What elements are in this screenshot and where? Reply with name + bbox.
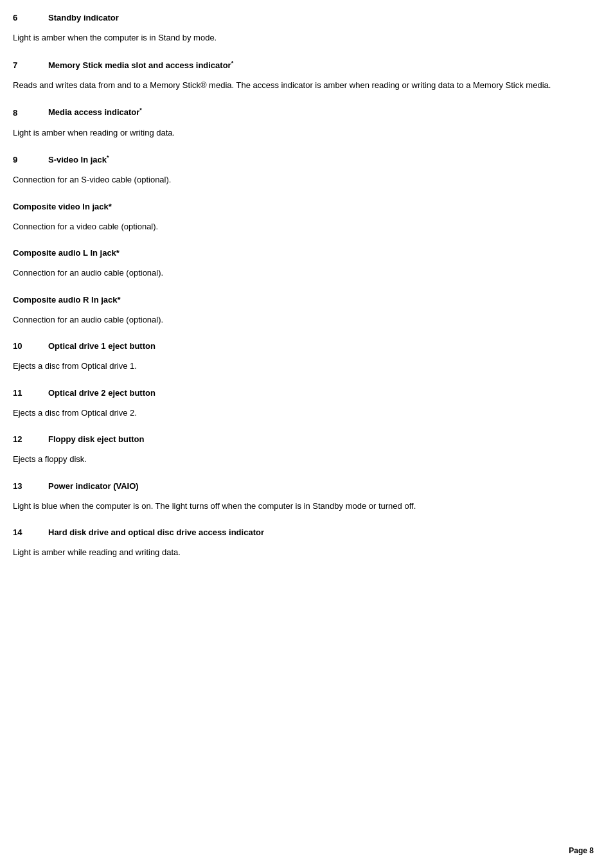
section-8-heading: 8Media access indicator* — [13, 107, 594, 117]
section-9-number: 9 — [13, 155, 48, 164]
section-9: 9S-video In jack*Connection for an S-vid… — [13, 154, 594, 186]
section-composite-audio-l: Composite audio L In jack*Connection for… — [13, 248, 594, 279]
section-composite-video-body: Connection for a video cable (optional). — [13, 220, 594, 233]
section-composite-video-superscript: * — [109, 202, 112, 211]
section-6-heading: 6Standby indicator — [13, 13, 594, 22]
section-7: 7Memory Stick media slot and access indi… — [13, 60, 594, 92]
section-12-heading: 12Floppy disk eject button — [13, 434, 594, 444]
section-composite-audio-l-body: Connection for an audio cable (optional)… — [13, 267, 594, 279]
section-10-body: Ejects a disc from Optical drive 1. — [13, 360, 594, 373]
section-9-body: Connection for an S-video cable (optiona… — [13, 173, 594, 186]
page-number: Page 8 — [569, 846, 594, 855]
section-14-heading: 14Hard disk drive and optical disc drive… — [13, 527, 594, 537]
section-8-number: 8 — [13, 108, 48, 118]
section-10: 10Optical drive 1 eject buttonEjects a d… — [13, 341, 594, 373]
section-12-number: 12 — [13, 434, 48, 444]
section-9-superscript: * — [107, 154, 109, 161]
section-10-number: 10 — [13, 341, 48, 351]
section-11-title: Optical drive 2 eject button — [48, 388, 155, 398]
section-8-superscript: * — [139, 107, 142, 113]
section-9-heading: 9S-video In jack* — [13, 154, 594, 164]
section-composite-video-heading: Composite video In jack* — [13, 202, 594, 211]
section-7-superscript: * — [231, 60, 234, 66]
section-11-body: Ejects a disc from Optical drive 2. — [13, 407, 594, 420]
section-12-body: Ejects a floppy disk. — [13, 453, 594, 466]
page-footer: Page 8 — [569, 846, 594, 855]
section-7-number: 7 — [13, 60, 48, 70]
section-7-body: Reads and writes data from and to a Memo… — [13, 79, 594, 92]
section-14-title: Hard disk drive and optical disc drive a… — [48, 527, 264, 537]
section-13-title: Power indicator (VAIO) — [48, 481, 139, 491]
section-11: 11Optical drive 2 eject buttonEjects a d… — [13, 388, 594, 420]
section-6-number: 6 — [13, 13, 48, 22]
section-7-heading: 7Memory Stick media slot and access indi… — [13, 60, 594, 70]
section-composite-video: Composite video In jack*Connection for a… — [13, 202, 594, 233]
section-12-title: Floppy disk eject button — [48, 434, 145, 444]
section-13-heading: 13Power indicator (VAIO) — [13, 481, 594, 491]
section-10-title: Optical drive 1 eject button — [48, 341, 155, 351]
section-8-title: Media access indicator* — [48, 107, 142, 117]
section-6-title: Standby indicator — [48, 13, 119, 22]
section-14: 14Hard disk drive and optical disc drive… — [13, 527, 594, 559]
section-composite-audio-r: Composite audio R In jack*Connection for… — [13, 295, 594, 326]
section-9-title: S-video In jack* — [48, 154, 109, 164]
section-composite-audio-r-superscript: * — [118, 295, 121, 305]
section-composite-audio-l-heading: Composite audio L In jack* — [13, 248, 594, 258]
section-13-body: Light is blue when the computer is on. T… — [13, 500, 594, 513]
section-11-heading: 11Optical drive 2 eject button — [13, 388, 594, 398]
section-composite-audio-r-body: Connection for an audio cable (optional)… — [13, 314, 594, 326]
section-8: 8Media access indicator*Light is amber w… — [13, 107, 594, 139]
section-6: 6Standby indicatorLight is amber when th… — [13, 13, 594, 44]
section-10-heading: 10Optical drive 1 eject button — [13, 341, 594, 351]
section-13: 13Power indicator (VAIO)Light is blue wh… — [13, 481, 594, 513]
section-7-title: Memory Stick media slot and access indic… — [48, 60, 233, 70]
section-13-number: 13 — [13, 481, 48, 491]
section-composite-audio-r-heading: Composite audio R In jack* — [13, 295, 594, 305]
section-8-body: Light is amber when reading or writing d… — [13, 127, 594, 139]
section-14-number: 14 — [13, 527, 48, 537]
section-11-number: 11 — [13, 388, 48, 398]
section-composite-audio-l-superscript: * — [116, 248, 120, 258]
section-14-body: Light is amber while reading and writing… — [13, 546, 594, 559]
section-6-body: Light is amber when the computer is in S… — [13, 31, 594, 44]
section-12: 12Floppy disk eject buttonEjects a flopp… — [13, 434, 594, 466]
